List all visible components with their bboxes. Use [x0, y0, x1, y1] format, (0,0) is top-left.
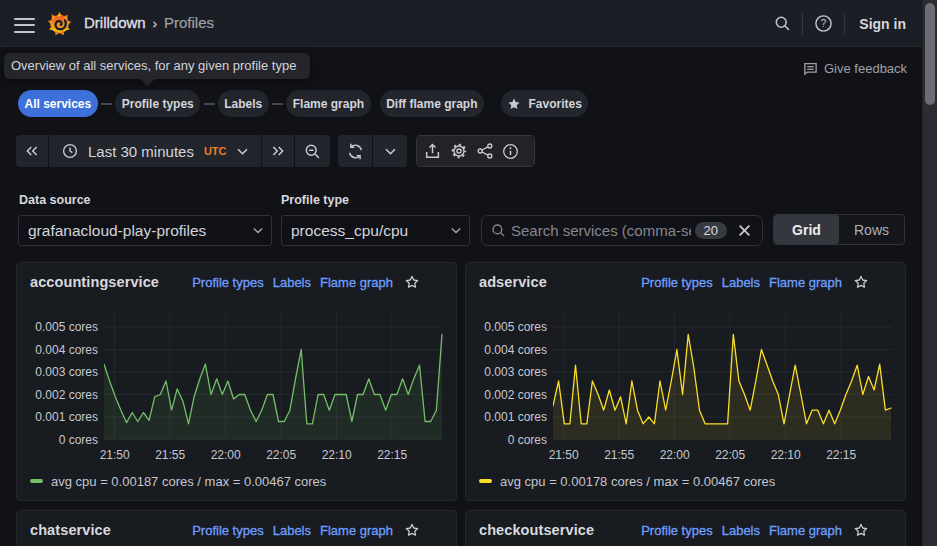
- svg-text:?: ?: [821, 18, 827, 29]
